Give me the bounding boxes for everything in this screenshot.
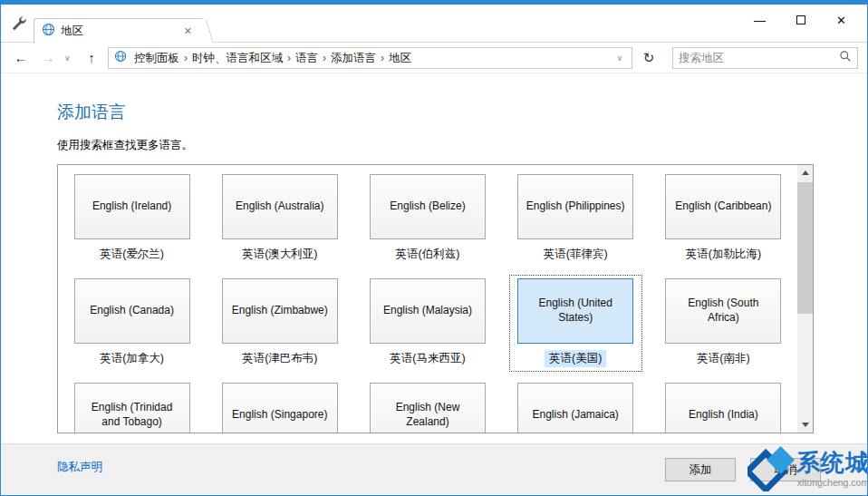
language-tile[interactable]: English (Philippines): [517, 174, 633, 239]
refresh-icon: ↻: [643, 50, 655, 65]
language-tile[interactable]: English (Zimbabwe): [222, 278, 338, 344]
add-button[interactable]: 添加: [665, 458, 736, 481]
language-native-name: 英语(澳大利亚): [237, 246, 322, 263]
language-cell: English (South Africa)英语(南非): [650, 278, 797, 383]
language-tile[interactable]: English (India): [665, 383, 781, 433]
scroll-down-button[interactable]: [797, 417, 813, 433]
language-tile[interactable]: English (Canada): [74, 278, 190, 344]
language-native-name: 英语(加勒比海): [681, 246, 766, 263]
language-name: English (New Zealand): [378, 401, 477, 429]
language-tile[interactable]: English (Singapore): [222, 383, 338, 433]
tab-close-icon[interactable]: ✕: [180, 24, 196, 39]
language-tile[interactable]: English (United States): [517, 278, 633, 344]
tools-icon: [10, 15, 26, 32]
page-title: 添加语言: [57, 101, 126, 124]
language-tile[interactable]: English (Jamaica): [517, 383, 633, 433]
scrollbar-thumb[interactable]: [797, 182, 813, 314]
language-name: English (Ireland): [92, 199, 171, 214]
language-cell: English (India): [650, 383, 797, 433]
language-tile[interactable]: English (Australia): [222, 174, 338, 239]
history-chevron-icon[interactable]: ∨: [64, 53, 75, 63]
scroll-up-icon: [802, 170, 809, 175]
language-name: English (Singapore): [232, 408, 327, 423]
language-native-name: 英语(马来西亚): [385, 350, 469, 367]
language-cell: English (Australia)英语(澳大利亚): [206, 174, 353, 278]
search-input[interactable]: [679, 52, 839, 64]
region-icon: [114, 50, 127, 66]
tab-region[interactable]: 地区 ✕: [34, 18, 204, 44]
back-button[interactable]: ←: [10, 47, 32, 69]
language-cell: English (Ireland)英语(爱尔兰): [58, 174, 206, 278]
maximize-icon: [796, 15, 805, 24]
language-cell: English (United States)英语(美国): [502, 278, 650, 383]
language-tile[interactable]: English (Malaysia): [370, 278, 486, 344]
language-native-name: 英语(爱尔兰): [95, 246, 169, 263]
language-name: English (India): [689, 408, 758, 423]
language-cell: English (Philippines)英语(菲律宾): [502, 174, 650, 278]
footer-bar: [1, 443, 867, 495]
page-subtitle: 使用搜索框查找更多语言。: [57, 138, 193, 153]
language-native-name: 英语(美国): [545, 350, 606, 367]
language-tile[interactable]: English (Caribbean): [665, 174, 781, 239]
scroll-down-icon: [802, 423, 809, 427]
forward-button[interactable]: →: [37, 47, 59, 69]
language-list-box: English (Ireland)英语(爱尔兰)English (Austral…: [57, 164, 814, 433]
language-cell: English (Belize)英语(伯利兹): [353, 174, 501, 278]
watermark-brand: 系统城: [796, 451, 868, 474]
language-cell: English (Zimbabwe)英语(津巴布韦): [206, 278, 353, 383]
navigation-bar: ← → ∨ ↑ 控制面板›时钟、语言和区域›语言›添加语言›地区 ∨ ↻: [1, 43, 867, 73]
breadcrumb-item[interactable]: 地区: [385, 50, 415, 66]
watermark-domain: xitongcheng.com: [797, 478, 868, 488]
language-cell: English (Trinidad and Tobago): [58, 383, 206, 433]
language-name: English (Jamaica): [533, 408, 619, 423]
language-native-name: 英语(津巴布韦): [237, 350, 322, 367]
watermark: 系统城 xitongcheng.com: [747, 443, 867, 495]
language-tile[interactable]: English (Belize): [370, 174, 486, 239]
minimize-button[interactable]: —: [739, 6, 780, 34]
language-tile[interactable]: English (Trinidad and Tobago): [74, 383, 190, 433]
language-name: English (South Africa): [673, 297, 773, 325]
refresh-button[interactable]: ↻: [638, 47, 660, 69]
forward-icon: →: [42, 50, 55, 65]
watermark-text: 系统城 xitongcheng.com: [796, 451, 868, 488]
titlebar: 地区 ✕ — ✕: [1, 5, 867, 43]
maximize-button[interactable]: [780, 6, 821, 34]
language-name: English (Caribbean): [675, 199, 771, 214]
up-icon: ↑: [88, 50, 95, 65]
language-name: English (United States): [526, 297, 625, 325]
language-cell: English (Malaysia)英语(马来西亚): [353, 278, 501, 383]
tab-title: 地区: [61, 24, 175, 39]
language-cell: English (Jamaica): [502, 383, 650, 433]
breadcrumb-item[interactable]: 控制面板: [130, 50, 183, 66]
language-native-name: 英语(伯利兹): [391, 246, 465, 263]
breadcrumb-item[interactable]: 添加语言: [327, 50, 380, 66]
close-button[interactable]: ✕: [821, 6, 862, 34]
language-cell: English (Caribbean)英语(加勒比海): [650, 174, 797, 278]
up-button[interactable]: ↑: [81, 47, 102, 69]
language-name: English (Belize): [390, 199, 465, 214]
breadcrumb-item[interactable]: 语言: [292, 50, 322, 66]
breadcrumb-item[interactable]: 时钟、语言和区域: [188, 50, 286, 66]
address-dropdown-icon[interactable]: ∨: [612, 53, 626, 63]
window-controls: — ✕: [739, 6, 862, 34]
language-name: English (Australia): [236, 199, 323, 214]
language-tile[interactable]: English (New Zealand): [370, 383, 486, 433]
scroll-up-button[interactable]: [797, 165, 813, 180]
language-native-name: 英语(菲律宾): [539, 246, 612, 263]
language-tile[interactable]: English (Ireland): [74, 174, 190, 239]
language-name: English (Trinidad and Tobago): [82, 401, 182, 429]
address-bar[interactable]: 控制面板›时钟、语言和区域›语言›添加语言›地区 ∨: [108, 47, 632, 69]
language-grid: English (Ireland)英语(爱尔兰)English (Austral…: [58, 165, 797, 433]
language-native-name: 英语(南非): [692, 350, 754, 367]
globe-icon: [42, 23, 55, 40]
language-cell: English (Singapore): [206, 383, 353, 433]
search-box: [672, 47, 858, 69]
language-list-viewport: English (Ireland)英语(爱尔兰)English (Austral…: [58, 165, 797, 433]
privacy-statement-link[interactable]: 隐私声明: [57, 460, 102, 475]
vertical-scrollbar[interactable]: [797, 165, 813, 433]
language-name: English (Canada): [90, 304, 174, 318]
language-cell: English (New Zealand): [353, 383, 501, 433]
search-icon[interactable]: [839, 50, 852, 66]
language-tile[interactable]: English (South Africa): [665, 278, 781, 344]
breadcrumb: 控制面板›时钟、语言和区域›语言›添加语言›地区: [130, 49, 415, 66]
